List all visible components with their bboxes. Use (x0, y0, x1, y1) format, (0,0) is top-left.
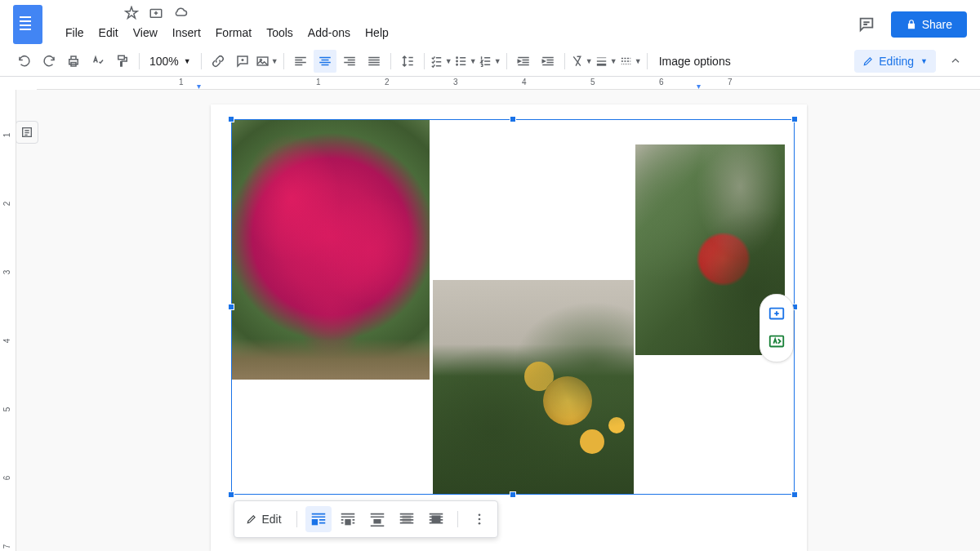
svg-point-7 (457, 60, 457, 61)
svg-point-16 (478, 518, 480, 521)
menu-addons[interactable]: Add-ons (301, 23, 357, 42)
ruler-mark: 1 (2, 133, 11, 138)
suggest-edits-icon[interactable] (765, 331, 788, 353)
svg-rect-14 (431, 515, 440, 522)
menu-tools[interactable]: Tools (260, 23, 300, 42)
docs-logo-icon[interactable] (13, 5, 42, 44)
share-label: Share (922, 18, 952, 31)
menu-help[interactable]: Help (359, 23, 395, 42)
insert-image-icon[interactable]: ▼ (256, 50, 278, 73)
svg-point-15 (478, 513, 480, 516)
svg-rect-10 (311, 519, 317, 525)
svg-point-17 (478, 522, 480, 525)
menu-bar: File Edit View Insert Format Tools Add-o… (59, 23, 852, 42)
decrease-indent-icon[interactable] (512, 50, 535, 73)
svg-point-6 (457, 57, 457, 58)
add-comment-side-icon[interactable] (765, 303, 788, 326)
undo-icon[interactable] (13, 50, 36, 73)
spellcheck-icon[interactable] (87, 50, 109, 73)
app-header: File Edit View Insert Format Tools Add-o… (0, 0, 980, 46)
zoom-select[interactable]: 100%▼ (145, 51, 196, 71)
align-center-icon[interactable] (314, 50, 336, 73)
menu-file[interactable]: File (59, 23, 91, 42)
numbered-list-icon[interactable]: ▼ (479, 50, 501, 73)
resize-handle[interactable] (228, 116, 234, 122)
redo-icon[interactable] (38, 50, 60, 73)
ruler-mark: 5 (2, 407, 11, 412)
paint-format-icon[interactable] (111, 50, 134, 73)
vertical-ruler[interactable]: 1 2 3 4 5 6 7 (0, 90, 16, 551)
menu-edit[interactable]: Edit (92, 23, 125, 42)
ruler-mark: 2 (2, 202, 11, 207)
ruler-mark: 4 (2, 339, 11, 344)
menu-format[interactable]: Format (209, 23, 258, 42)
header-main: File Edit View Insert Format Tools Add-o… (59, 5, 852, 42)
move-icon[interactable] (149, 6, 163, 20)
chevron-down-icon: ▼ (586, 57, 593, 65)
chevron-down-icon: ▼ (635, 57, 642, 65)
clear-formatting-icon[interactable]: ▼ (570, 50, 593, 73)
chevron-down-icon: ▼ (610, 57, 617, 65)
share-button[interactable]: Share (891, 11, 967, 38)
star-icon[interactable] (124, 6, 139, 20)
increase-indent-icon[interactable] (537, 50, 559, 73)
title-row (59, 5, 852, 21)
cloud-icon[interactable] (173, 6, 188, 20)
checklist-icon[interactable]: ▼ (430, 50, 452, 73)
chevron-down-icon: ▼ (470, 57, 477, 65)
link-icon[interactable] (207, 50, 229, 73)
wrap-break-icon[interactable] (364, 506, 390, 532)
bulleted-list-icon[interactable]: ▼ (454, 50, 477, 73)
chevron-down-icon: ▼ (920, 57, 928, 65)
photo-yellow-flowers (433, 280, 634, 494)
add-comment-icon[interactable] (231, 50, 254, 73)
resize-handle[interactable] (791, 491, 798, 498)
more-options-icon[interactable] (466, 506, 492, 532)
align-right-icon[interactable] (338, 50, 361, 73)
title-icons (124, 6, 188, 20)
toolbar: 100%▼ ▼ ▼ ▼ ▼ ▼ ▼ ▼ Image options Editin… (0, 46, 980, 77)
chevron-down-icon: ▼ (184, 57, 191, 65)
ruler-mark: 3 (453, 78, 458, 87)
collapse-toolbar-icon[interactable] (944, 50, 967, 73)
resize-handle[interactable] (228, 491, 234, 498)
wrap-inline-icon[interactable] (305, 506, 332, 532)
horizontal-ruler[interactable]: 1 ▾ 1 2 3 4 5 6 ▾ 7 (37, 77, 980, 90)
chevron-down-icon: ▼ (445, 57, 452, 65)
svg-rect-3 (118, 56, 125, 60)
ruler-mark: 6 (2, 476, 11, 481)
border-weight-icon[interactable]: ▼ (595, 50, 617, 73)
ruler-mark: 7 (728, 78, 733, 87)
selected-image[interactable] (231, 119, 795, 495)
outline-icon[interactable] (16, 121, 38, 144)
resize-handle[interactable] (510, 491, 516, 498)
ruler-mark: 3 (2, 270, 11, 275)
ruler-mark: 1 (316, 78, 321, 87)
ruler-mark: 4 (522, 78, 527, 87)
ruler-mark: 2 (385, 78, 390, 87)
svg-rect-11 (345, 519, 350, 525)
resize-handle[interactable] (510, 116, 516, 122)
align-left-icon[interactable] (289, 50, 312, 73)
resize-handle[interactable] (791, 116, 798, 122)
align-justify-icon[interactable] (363, 50, 385, 73)
image-options-button[interactable]: Image options (653, 51, 737, 71)
header-right: Share (852, 10, 967, 39)
wrap-behind-icon[interactable] (394, 506, 420, 532)
chevron-down-icon: ▼ (271, 57, 278, 65)
line-spacing-icon[interactable] (396, 50, 419, 73)
edit-image-button[interactable]: Edit (239, 509, 288, 529)
menu-insert[interactable]: Insert (166, 23, 207, 42)
ruler-mark: 6 (659, 78, 664, 87)
resize-handle[interactable] (228, 304, 234, 310)
editing-mode-button[interactable]: Editing ▼ (854, 50, 936, 73)
page[interactable]: Edit (211, 104, 807, 551)
comments-icon[interactable] (852, 10, 881, 39)
wrap-text-icon[interactable] (335, 506, 361, 532)
border-dash-icon[interactable]: ▼ (619, 50, 642, 73)
print-icon[interactable] (62, 50, 85, 73)
menu-view[interactable]: View (127, 23, 164, 42)
canvas[interactable]: Edit (37, 90, 980, 551)
svg-rect-12 (373, 519, 381, 524)
wrap-front-icon[interactable] (423, 506, 449, 532)
